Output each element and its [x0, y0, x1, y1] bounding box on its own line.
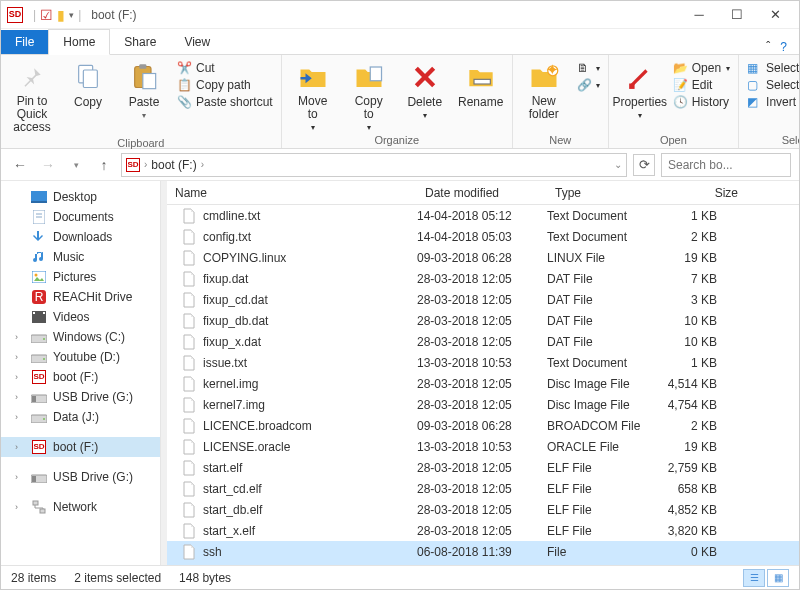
table-row[interactable]: start_db.elf28-03-2018 12:05ELF File4,85…	[167, 499, 799, 520]
column-headers[interactable]: Name Date modified Type Size	[167, 181, 799, 205]
search-input[interactable]	[668, 158, 800, 172]
maximize-button[interactable]: ☐	[719, 3, 755, 27]
chevron-right-icon[interactable]: ›	[201, 159, 204, 170]
invert-selection-button[interactable]: ◩Invert selection	[747, 95, 800, 109]
table-row[interactable]: COPYING.linux09-03-2018 06:28LINUX File1…	[167, 247, 799, 268]
expand-icon[interactable]: ›	[15, 472, 25, 482]
breadcrumb[interactable]: boot (F:)	[151, 158, 196, 172]
copy-to-button[interactable]: Copy to▾	[346, 59, 392, 132]
select-all-button[interactable]: ▦Select all	[747, 61, 800, 75]
sidebar-item-label: USB Drive (G:)	[53, 390, 133, 404]
file-list[interactable]: cmdline.txt14-04-2018 05:12Text Document…	[167, 205, 799, 565]
expand-icon[interactable]: ›	[15, 412, 25, 422]
paste-shortcut-button[interactable]: 📎Paste shortcut	[177, 95, 273, 109]
sidebar-item[interactable]: Videos	[1, 307, 160, 327]
help-icon[interactable]: ?	[780, 40, 787, 54]
recent-dropdown[interactable]: ▾	[65, 154, 87, 176]
sidebar-item[interactable]: Music	[1, 247, 160, 267]
close-button[interactable]: ✕	[757, 3, 793, 27]
table-row[interactable]: fixup_db.dat28-03-2018 12:05DAT File10 K…	[167, 310, 799, 331]
expand-icon[interactable]: ›	[15, 502, 25, 512]
table-row[interactable]: config.txt14-04-2018 05:03Text Document2…	[167, 226, 799, 247]
copy-path-button[interactable]: 📋Copy path	[177, 78, 273, 92]
sidebar-item[interactable]: ›USB Drive (G:)	[1, 467, 160, 487]
address-box[interactable]: SD › boot (F:) › ⌄	[121, 153, 627, 177]
paste-button[interactable]: Paste ▾	[121, 59, 167, 120]
sidebar-item[interactable]: Pictures	[1, 267, 160, 287]
tab-file[interactable]: File	[1, 30, 48, 54]
sidebar-item[interactable]: Downloads	[1, 227, 160, 247]
table-row[interactable]: kernel.img28-03-2018 12:05Disc Image Fil…	[167, 373, 799, 394]
edit-button[interactable]: 📝Edit	[673, 78, 730, 92]
sidebar-item-label: Pictures	[53, 270, 96, 284]
chevron-right-icon[interactable]: ›	[144, 159, 147, 170]
table-row[interactable]: ssh06-08-2018 11:39File0 KB	[167, 541, 799, 562]
view-thumbnails-button[interactable]: ▦	[767, 569, 789, 587]
col-name[interactable]: Name	[167, 186, 417, 200]
sidebar-item[interactable]: ›Windows (C:)	[1, 327, 160, 347]
svg-point-23	[43, 338, 45, 340]
qat-dropdown-icon[interactable]: ▾	[69, 10, 74, 20]
sidebar-item[interactable]: ›SDboot (F:)	[1, 437, 160, 457]
delete-button[interactable]: Delete▾	[402, 59, 448, 120]
select-none-button[interactable]: ▢Select none	[747, 78, 800, 92]
open-button[interactable]: 📂Open ▾	[673, 61, 730, 75]
table-row[interactable]: start.elf28-03-2018 12:05ELF File2,759 K…	[167, 457, 799, 478]
qat-folder-icon[interactable]: ▮	[57, 7, 65, 23]
table-row[interactable]: issue.txt13-03-2018 10:53Text Document1 …	[167, 352, 799, 373]
forward-button[interactable]: →	[37, 154, 59, 176]
sidebar-item[interactable]: Desktop	[1, 187, 160, 207]
table-row[interactable]: start_cd.elf28-03-2018 12:05ELF File658 …	[167, 478, 799, 499]
table-row[interactable]: fixup_cd.dat28-03-2018 12:05DAT File3 KB	[167, 289, 799, 310]
new-folder-button[interactable]: ✦ New folder	[521, 59, 567, 121]
table-row[interactable]: LICENSE.oracle13-03-2018 10:53ORACLE Fil…	[167, 436, 799, 457]
sidebar-item[interactable]: ›Data (J:)	[1, 407, 160, 427]
file-date: 13-03-2018 10:53	[417, 356, 547, 370]
view-details-button[interactable]: ☰	[743, 569, 765, 587]
file-size: 10 KB	[667, 314, 747, 328]
search-box[interactable]: 🔍	[661, 153, 791, 177]
expand-icon[interactable]: ›	[15, 442, 25, 452]
col-date[interactable]: Date modified	[417, 186, 547, 200]
qat-checkbox-icon[interactable]: ☑	[40, 7, 53, 23]
expand-icon[interactable]: ›	[15, 352, 25, 362]
sidebar-item[interactable]: Documents	[1, 207, 160, 227]
sidebar-item[interactable]: ›SDboot (F:)	[1, 367, 160, 387]
sidebar-item[interactable]: ›USB Drive (G:)	[1, 387, 160, 407]
col-size[interactable]: Size	[667, 186, 747, 200]
expand-icon[interactable]: ›	[15, 372, 25, 382]
table-row[interactable]: fixup_x.dat28-03-2018 12:05DAT File10 KB	[167, 331, 799, 352]
sd-icon: SD	[31, 370, 47, 384]
back-button[interactable]: ←	[9, 154, 31, 176]
table-row[interactable]: cmdline.txt14-04-2018 05:12Text Document…	[167, 205, 799, 226]
ribbon-collapse-icon[interactable]: ˆ	[766, 40, 770, 54]
expand-icon[interactable]: ›	[15, 392, 25, 402]
sidebar-item[interactable]: ›Network	[1, 497, 160, 517]
up-button[interactable]: ↑	[93, 154, 115, 176]
expand-icon[interactable]: ›	[15, 332, 25, 342]
ribbon-group-new: ✦ New folder 🗎▾ 🔗▾ New	[513, 55, 609, 148]
col-type[interactable]: Type	[547, 186, 667, 200]
tab-home[interactable]: Home	[48, 29, 110, 55]
sidebar-item[interactable]: RREACHit Drive	[1, 287, 160, 307]
properties-button[interactable]: Properties▾	[617, 59, 663, 120]
history-button[interactable]: 🕓History	[673, 95, 730, 109]
address-dropdown-icon[interactable]: ⌄	[614, 159, 622, 170]
refresh-button[interactable]: ⟳	[633, 154, 655, 176]
new-item-button[interactable]: 🗎▾	[577, 61, 600, 75]
copy-button[interactable]: Copy	[65, 59, 111, 109]
table-row[interactable]: fixup.dat28-03-2018 12:05DAT File7 KB	[167, 268, 799, 289]
table-row[interactable]: start_x.elf28-03-2018 12:05ELF File3,820…	[167, 520, 799, 541]
tab-share[interactable]: Share	[110, 30, 170, 54]
sidebar-item[interactable]: ›Youtube (D:)	[1, 347, 160, 367]
pin-quick-access-button[interactable]: Pin to Quick access	[9, 59, 55, 135]
minimize-button[interactable]: ─	[681, 3, 717, 27]
navigation-pane[interactable]: DesktopDocumentsDownloadsMusicPicturesRR…	[1, 181, 161, 565]
rename-button[interactable]: Rename	[458, 59, 504, 109]
cut-button[interactable]: ✂️Cut	[177, 61, 273, 75]
tab-view[interactable]: View	[170, 30, 224, 54]
easy-access-button[interactable]: 🔗▾	[577, 78, 600, 92]
table-row[interactable]: kernel7.img28-03-2018 12:05Disc Image Fi…	[167, 394, 799, 415]
table-row[interactable]: LICENCE.broadcom09-03-2018 06:28BROADCOM…	[167, 415, 799, 436]
move-to-button[interactable]: Move to▾	[290, 59, 336, 132]
